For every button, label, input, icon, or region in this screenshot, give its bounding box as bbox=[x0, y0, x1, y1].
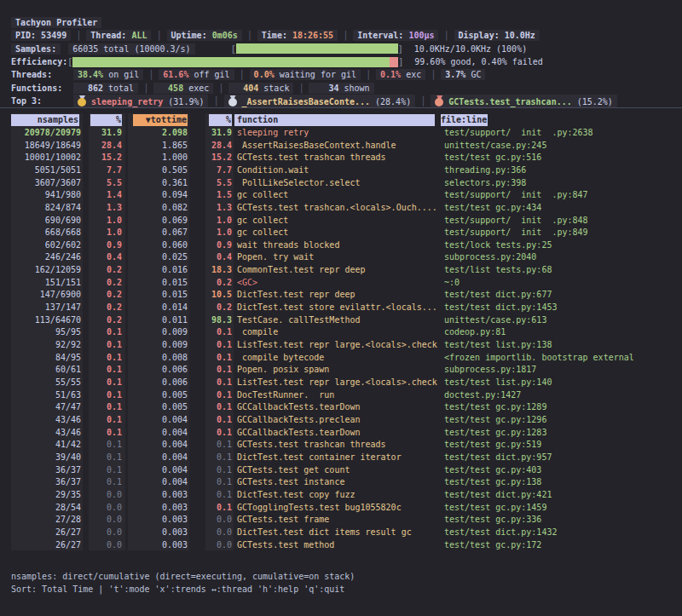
table-header: nsamples % ▼tottime % function file:line bbox=[0, 113, 682, 126]
table-row[interactable]: 60/610.10.0060.1Popen._posix_spawnsubpro… bbox=[0, 364, 682, 377]
table-row[interactable]: 3607/36075.50.3615.5_PollLikeSelector.se… bbox=[0, 176, 682, 189]
table-row[interactable]: 5051/50517.70.5057.7Condition.waitthread… bbox=[0, 164, 682, 176]
nsamples-cell: 36/37 bbox=[11, 477, 81, 486]
table-row[interactable]: 47/470.10.0050.1GCCallbackTests.tearDown… bbox=[0, 401, 682, 414]
gold-medal-icon bbox=[78, 95, 87, 107]
table-row[interactable]: 26/270.00.0030.0GCTests.test_methodtest/… bbox=[0, 538, 682, 551]
separator: │ bbox=[76, 31, 81, 40]
function-cell: sleeping_retry bbox=[232, 128, 441, 137]
tottime-cell: 0.015 bbox=[122, 290, 188, 299]
nsamples-cell: 5051/5051 bbox=[11, 165, 81, 175]
cumulative-pct-cell: 0.1 bbox=[188, 503, 232, 512]
table-row[interactable]: 10001/1000215.21.00015.2GCTests.test_tra… bbox=[0, 151, 682, 164]
file-line-cell: test/test_gc.py:1459 bbox=[441, 503, 682, 512]
efficiency-failed-segment bbox=[390, 57, 398, 67]
header-cumulative-pct[interactable]: % bbox=[188, 114, 232, 126]
table-row[interactable]: 39/400.10.0040.1DictTest.test_container_… bbox=[0, 451, 682, 463]
function-table: nsamples % ▼tottime % function file:line… bbox=[0, 113, 682, 550]
function-cell: DictTest.test_dict_items_result_gc bbox=[232, 527, 441, 537]
file-line-cell: <frozen importlib._bootstrap_external bbox=[441, 353, 682, 362]
header-direct-pct[interactable]: % bbox=[81, 114, 122, 126]
table-row[interactable]: 27/280.00.0030.0GCTests.test_frametest/t… bbox=[0, 513, 682, 526]
page-title: Tachyon Profiler bbox=[11, 17, 101, 28]
table-row[interactable]: 668/6681.00.0671.0gc_collecttest/support… bbox=[0, 226, 682, 239]
file-line-cell: unittest/case.py:245 bbox=[441, 141, 682, 150]
table-row[interactable]: 92/920.10.0090.1ListTest.test_repr_large… bbox=[0, 338, 682, 351]
file-line-cell: test/lock_tests.py:25 bbox=[441, 240, 682, 250]
table-row[interactable]: 20978/2097931.92.09831.9sleeping_retryte… bbox=[0, 126, 682, 139]
direct-pct-cell: 0.0 bbox=[81, 540, 122, 550]
footer-keybindings: Sort: Total Time | 't':mode 'x':trends ↔… bbox=[11, 583, 682, 596]
nsamples-cell: 47/47 bbox=[11, 402, 81, 412]
table-row[interactable]: 690/6901.00.0691.0gc_collecttest/support… bbox=[0, 214, 682, 227]
nsamples-cell: 3607/3607 bbox=[11, 178, 81, 187]
nsamples-cell: 51/63 bbox=[11, 390, 81, 400]
nsamples-cell: 668/668 bbox=[11, 227, 81, 237]
table-row[interactable]: 824/8741.30.0821.3GCTests.test_trashcan.… bbox=[0, 201, 682, 214]
table-row[interactable]: 162/120590.20.01618.3CommonTest.test_rep… bbox=[0, 263, 682, 276]
header-tottime-sorted[interactable]: ▼tottime bbox=[122, 114, 188, 126]
bronze-medal-icon bbox=[435, 95, 444, 107]
table-row[interactable]: 28/540.00.0030.1GCTogglingTests.test_bug… bbox=[0, 501, 682, 514]
tottime-cell: 0.004 bbox=[122, 415, 188, 424]
table-row[interactable]: 26/270.00.0030.0DictTest.test_dict_items… bbox=[0, 526, 682, 538]
table-row[interactable]: 55/550.10.0060.1ListTest.test_repr_large… bbox=[0, 376, 682, 389]
table-row[interactable]: 246/2460.40.0250.4Popen._try_waitsubproc… bbox=[0, 251, 682, 264]
cumulative-pct-cell: 0.0 bbox=[188, 515, 232, 524]
table-body: 20978/2097931.92.09831.9sleeping_retryte… bbox=[0, 126, 682, 550]
function-cell: GCTests.test_trashcan.<locals>.Ouch.... bbox=[232, 203, 441, 212]
separator: │ bbox=[218, 83, 223, 93]
table-row[interactable]: 18649/1864928.41.86528.4_AssertRaisesBas… bbox=[0, 139, 682, 152]
function-cell: _AssertRaisesBaseContext.handle bbox=[232, 141, 441, 150]
separator: │ bbox=[156, 31, 161, 40]
file-line-cell: test/test_dict.py:957 bbox=[441, 452, 682, 462]
nsamples-cell: 28/54 bbox=[11, 503, 81, 512]
table-row[interactable]: 151/1510.20.0150.2<GC>~:0 bbox=[0, 276, 682, 289]
table-row[interactable]: 147/69000.20.01510.5DictTest.test_repr_d… bbox=[0, 289, 682, 302]
table-row[interactable]: 941/9801.40.0941.5gc_collecttest/support… bbox=[0, 188, 682, 201]
direct-pct-cell: 0.1 bbox=[81, 477, 122, 486]
table-row[interactable]: 41/420.10.0040.1GCTests.test_trashcan_th… bbox=[0, 438, 682, 451]
efficiency-progress-bar bbox=[72, 57, 398, 67]
table-row[interactable]: 36/370.10.0040.1GCTests.test_get_countte… bbox=[0, 463, 682, 476]
footer: nsamples: direct/cumulative (direct=exec… bbox=[0, 569, 682, 596]
nsamples-cell: 43/46 bbox=[11, 415, 81, 424]
cumulative-pct-cell: 0.1 bbox=[188, 365, 232, 374]
threads-label: Threads: bbox=[11, 70, 73, 79]
file-line-cell: subprocess.py:1817 bbox=[441, 365, 682, 374]
efficiency-result: 99.60% good, 0.40% failed bbox=[414, 57, 543, 66]
bar-bracket: ] bbox=[398, 44, 403, 54]
function-cell: _PollLikeSelector.select bbox=[232, 178, 441, 187]
cumulative-pct-cell: 0.1 bbox=[188, 390, 232, 400]
direct-pct-cell: 0.2 bbox=[81, 302, 122, 312]
table-row[interactable]: 51/630.10.0050.1DocTestRunner.__rundocte… bbox=[0, 389, 682, 401]
table-row[interactable]: 43/460.10.0040.1GCCallbackTests.tearDown… bbox=[0, 426, 682, 439]
direct-pct-cell: 1.0 bbox=[81, 227, 122, 237]
tottime-cell: 2.098 bbox=[122, 128, 188, 137]
functions-stack: 404 stack bbox=[228, 83, 293, 94]
table-row[interactable]: 43/460.10.0040.1GCCallbackTests.preclean… bbox=[0, 413, 682, 426]
nsamples-cell: 690/690 bbox=[11, 216, 81, 225]
tottime-cell: 0.009 bbox=[122, 340, 188, 349]
efficiency-label: Efficiency: bbox=[11, 57, 67, 66]
header-function[interactable]: function bbox=[232, 114, 441, 126]
nsamples-cell: 162/12059 bbox=[11, 265, 81, 274]
nsamples-cell: 26/27 bbox=[11, 527, 81, 537]
table-row[interactable]: 36/370.10.0040.1GCTests.test_instancetes… bbox=[0, 475, 682, 488]
cumulative-pct-cell: 31.9 bbox=[188, 128, 232, 137]
top3-item-2: _AssertRaisesBaseConte... (28.4%) bbox=[224, 95, 416, 107]
separator: │ bbox=[366, 70, 371, 79]
function-cell: GCTests.test_method bbox=[232, 540, 441, 550]
nsamples-cell: 137/147 bbox=[11, 302, 81, 312]
thread-field[interactable]: Thread: ALL bbox=[86, 30, 151, 41]
header-file-line[interactable]: file:line bbox=[441, 114, 682, 126]
table-row[interactable]: 602/6020.90.0600.9wait_threads_blockedte… bbox=[0, 239, 682, 251]
tottime-cell: 0.003 bbox=[122, 527, 188, 537]
function-cell: TestCase._callTestMethod bbox=[232, 315, 441, 325]
table-row[interactable]: 29/350.00.0030.1DictTest.test_copy_fuzzt… bbox=[0, 488, 682, 501]
table-row[interactable]: 84/950.10.0080.1_compile_bytecode<frozen… bbox=[0, 351, 682, 364]
table-row[interactable]: 137/1470.20.0140.2DictTest.test_store_ev… bbox=[0, 301, 682, 314]
table-row[interactable]: 113/646700.20.01198.3TestCase._callTestM… bbox=[0, 314, 682, 326]
table-row[interactable]: 95/950.10.0090.1_compilecodeop.py:81 bbox=[0, 326, 682, 339]
header-nsamples[interactable]: nsamples bbox=[11, 114, 81, 126]
